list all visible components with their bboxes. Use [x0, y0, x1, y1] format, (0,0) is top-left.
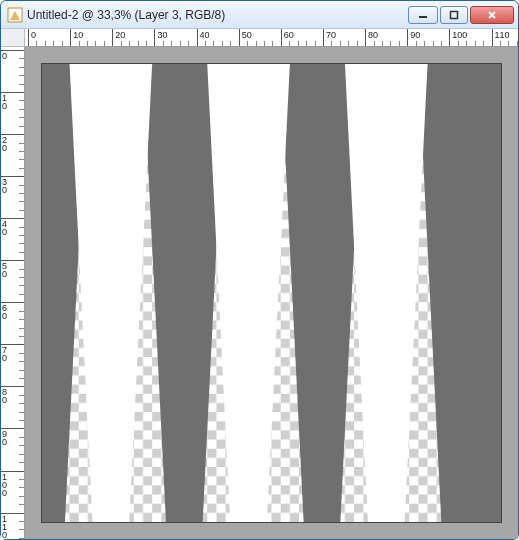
ruler-label: 80 — [2, 388, 7, 404]
ruler-tick — [28, 29, 29, 46]
app-icon — [7, 7, 23, 23]
viewport[interactable] — [25, 47, 518, 539]
ruler-label: 110 — [2, 515, 7, 539]
ruler-tick — [449, 29, 450, 46]
ruler-tick — [154, 29, 155, 46]
ruler-label: 20 — [115, 30, 125, 40]
ruler-label: 100 — [2, 473, 7, 497]
ruler-tick — [197, 29, 198, 46]
ruler-tick — [323, 29, 324, 46]
maximize-button[interactable] — [440, 6, 468, 24]
ruler-label: 10 — [73, 30, 83, 40]
ruler-label: 50 — [242, 30, 252, 40]
ruler-label: 70 — [326, 30, 336, 40]
ruler-label: 10 — [2, 94, 7, 110]
ruler-tick — [365, 29, 366, 46]
ruler-tick — [281, 29, 282, 46]
client-area: 0102030405060708090100110 01020304050607… — [1, 29, 518, 539]
ruler-label: 70 — [2, 346, 7, 362]
ruler-label: 110 — [495, 30, 510, 40]
minimize-button[interactable] — [408, 6, 438, 24]
ruler-horizontal[interactable]: 0102030405060708090100110 — [25, 29, 518, 47]
ruler-label: 0 — [31, 30, 36, 40]
ruler-label: 90 — [2, 430, 7, 446]
ruler-tick — [492, 29, 493, 46]
ruler-label: 40 — [2, 220, 7, 236]
ruler-label: 0 — [2, 52, 7, 60]
svg-rect-2 — [451, 11, 458, 18]
ruler-label: 60 — [2, 304, 7, 320]
ruler-label: 50 — [2, 262, 7, 278]
ruler-label: 30 — [157, 30, 167, 40]
window-title: Untitled-2 @ 33,3% (Layer 3, RGB/8) — [27, 8, 408, 22]
ruler-label: 30 — [2, 178, 7, 194]
ruler-tick — [112, 29, 113, 46]
ruler-label: 40 — [200, 30, 210, 40]
ruler-vertical[interactable]: 0102030405060708090100110 — [1, 47, 25, 539]
window-controls — [408, 6, 514, 24]
titlebar[interactable]: Untitled-2 @ 33,3% (Layer 3, RGB/8) — [1, 1, 518, 29]
document-window: Untitled-2 @ 33,3% (Layer 3, RGB/8) 0102… — [0, 0, 519, 540]
ruler-label: 90 — [410, 30, 420, 40]
ruler-tick — [70, 29, 71, 46]
ruler-tick — [239, 29, 240, 46]
ruler-label: 100 — [452, 30, 467, 40]
ruler-label: 60 — [284, 30, 294, 40]
canvas[interactable] — [42, 64, 501, 522]
ruler-label: 80 — [368, 30, 378, 40]
close-button[interactable] — [470, 6, 514, 24]
layer-content — [42, 64, 501, 522]
ruler-tick — [407, 29, 408, 46]
ruler-label: 20 — [2, 136, 7, 152]
ruler-corner — [1, 29, 25, 47]
